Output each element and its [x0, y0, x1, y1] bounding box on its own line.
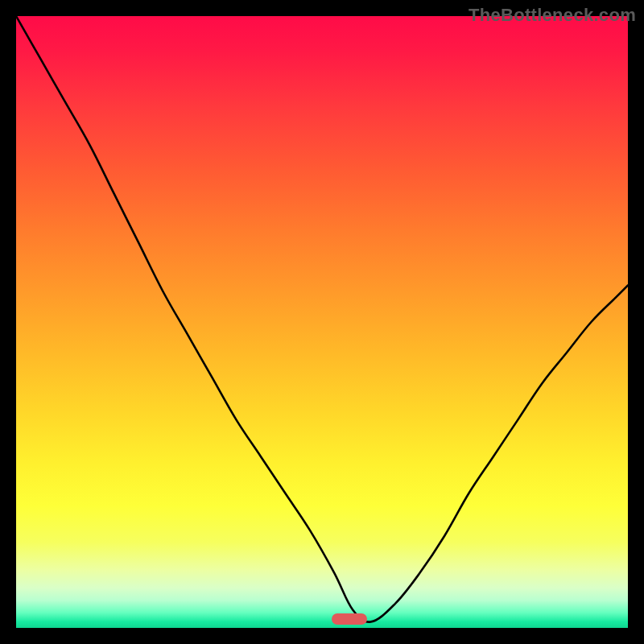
curve-layer	[16, 16, 628, 628]
chart-frame: TheBottleneck.com	[0, 0, 644, 644]
optimal-marker	[332, 613, 367, 625]
watermark-text: TheBottleneck.com	[469, 5, 636, 26]
plot-area	[16, 16, 628, 628]
bottleneck-curve	[16, 16, 628, 622]
